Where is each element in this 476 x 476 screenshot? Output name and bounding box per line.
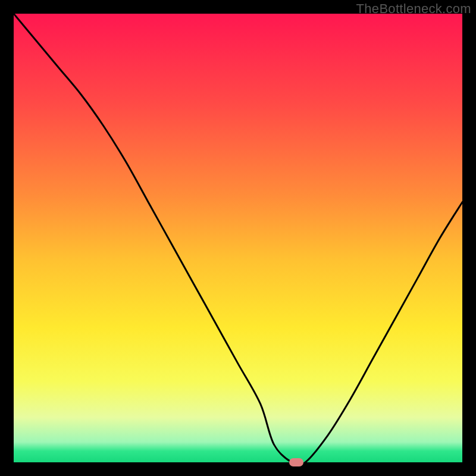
chart-frame: TheBottleneck.com [0, 0, 476, 476]
optimal-point-marker [289, 458, 303, 466]
bottleneck-curve [14, 14, 462, 462]
plot-area [14, 14, 462, 462]
watermark-text: TheBottleneck.com [356, 1, 471, 17]
